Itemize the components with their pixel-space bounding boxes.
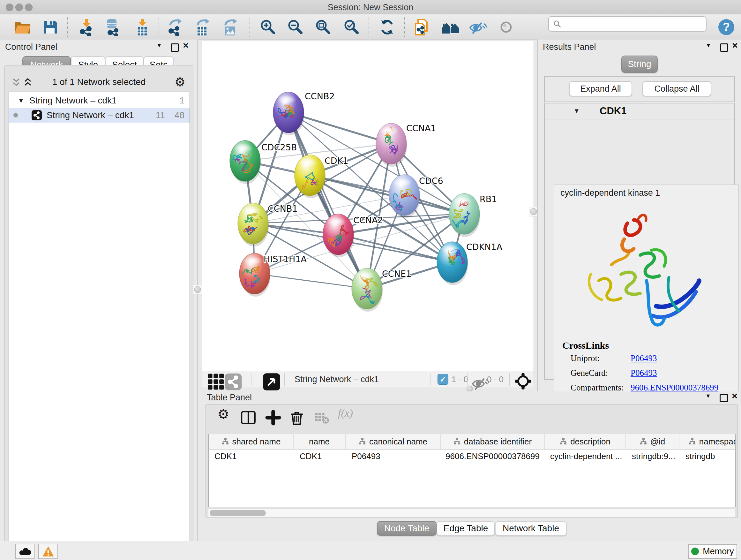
- table-cell[interactable]: 9606.ENSP00000378699: [446, 451, 540, 461]
- network-canvas[interactable]: CCNB2CCNA1CDC25BCDK1CDC6RB1CCNB1CCNA2CDK…: [202, 41, 534, 371]
- warnings-button[interactable]: [38, 544, 58, 559]
- import-table-icon[interactable]: [133, 18, 151, 36]
- export-image-icon[interactable]: [222, 18, 240, 36]
- float-panel-icon[interactable]: [171, 44, 179, 52]
- table-cell[interactable]: stringdb:9...: [632, 451, 675, 461]
- toolbar-separator: [67, 17, 68, 37]
- show-graphics-icon[interactable]: [497, 18, 515, 36]
- node-label[interactable]: CDC6: [419, 176, 443, 186]
- hide-unhide-icon[interactable]: [469, 18, 487, 36]
- add-column-icon[interactable]: [265, 410, 281, 426]
- float-panel-icon[interactable]: [720, 44, 728, 52]
- cloud-status-button[interactable]: [15, 544, 35, 559]
- export-network-icon[interactable]: [167, 18, 185, 36]
- table-panel: Table Panel ▼ ✕ ⚙ f(x) shared name name …: [202, 391, 741, 541]
- import-network-icon[interactable]: [77, 18, 95, 36]
- selected-nodes-checkbox[interactable]: ✓: [437, 374, 448, 385]
- fit-content-crosshair-icon[interactable]: [514, 372, 529, 387]
- tab-string-label: String: [628, 59, 651, 69]
- column-header[interactable]: database identifier: [441, 434, 545, 449]
- node-label[interactable]: CCNA2: [353, 215, 383, 225]
- network-column-icon: [639, 438, 647, 445]
- node-label[interactable]: CDK1: [325, 156, 348, 166]
- node-label[interactable]: HIST1H1A: [264, 254, 307, 264]
- tab-network-table-label: Network Table: [502, 523, 559, 534]
- node-label[interactable]: RB1: [480, 194, 497, 204]
- zoom-in-icon[interactable]: [259, 18, 277, 36]
- zoom-selected-icon[interactable]: [343, 18, 360, 36]
- expand-all-button[interactable]: Expand All: [569, 81, 632, 97]
- column-header[interactable]: shared name: [209, 434, 293, 449]
- delete-column-icon[interactable]: [289, 410, 305, 426]
- right-splitter-handle[interactable]: [529, 207, 538, 216]
- node-label[interactable]: CDC25B: [261, 142, 297, 152]
- zoom-out-icon[interactable]: [286, 18, 305, 36]
- tab-node-table[interactable]: Node Table: [377, 521, 436, 536]
- collapse-panel-icon[interactable]: ▼: [705, 42, 711, 49]
- close-panel-icon[interactable]: ✕: [183, 41, 189, 50]
- table-cell[interactable]: CDK1: [300, 451, 322, 461]
- home-networks-icon[interactable]: [442, 18, 460, 36]
- node-label[interactable]: CCNE1: [382, 269, 411, 279]
- memory-button[interactable]: Memory: [688, 544, 737, 559]
- network-options-gear-icon[interactable]: ⚙: [175, 75, 185, 89]
- tab-string[interactable]: String: [621, 56, 658, 73]
- collapse-all-button[interactable]: Collapse All: [643, 81, 711, 97]
- selected-counts: 1 - 0: [452, 374, 468, 384]
- column-header[interactable]: name: [293, 434, 346, 449]
- import-network-from-database-icon[interactable]: [104, 18, 122, 36]
- search-input[interactable]: [564, 19, 706, 29]
- node-label[interactable]: CCNB1: [268, 204, 298, 213]
- crosslink-link[interactable]: P06493: [630, 368, 657, 378]
- scrollbar-thumb[interactable]: [210, 510, 266, 516]
- column-header[interactable]: namespace: [679, 434, 736, 449]
- network-thumbnail-icon[interactable]: [224, 373, 237, 386]
- collapse-panel-icon[interactable]: ▼: [156, 42, 162, 49]
- copy-network-icon[interactable]: [413, 18, 431, 36]
- collection-expand-icon[interactable]: ▼: [18, 97, 24, 105]
- save-session-icon[interactable]: [42, 18, 59, 36]
- node-label[interactable]: CCNB2: [305, 91, 335, 101]
- table-options-gear-icon[interactable]: ⚙: [217, 407, 229, 422]
- control-panel: Control Panel ▼ ✕ Network Style Select S…: [0, 40, 198, 541]
- network-collection-row[interactable]: ▼ String Network – cdk1 1: [9, 93, 190, 108]
- float-panel-icon[interactable]: [720, 394, 728, 402]
- main-toolbar: ?: [0, 14, 741, 40]
- help-icon[interactable]: ?: [718, 18, 735, 36]
- tab-network-table[interactable]: Network Table: [495, 521, 567, 536]
- toolbar-separator: [430, 373, 430, 386]
- zoom-fit-icon[interactable]: [314, 18, 332, 36]
- refresh-icon[interactable]: [378, 18, 396, 36]
- table-cell[interactable]: cyclin-dependent ...: [550, 451, 622, 461]
- crosslink-link[interactable]: P06493: [630, 354, 657, 363]
- node-label[interactable]: CCNA1: [406, 123, 436, 133]
- node-table[interactable]: shared name name canonical name database…: [208, 434, 736, 507]
- open-session-icon[interactable]: [13, 18, 31, 36]
- network-row-selected[interactable]: String Network – cdk1 11 48: [9, 108, 190, 123]
- table-cell[interactable]: CDK1: [214, 451, 237, 461]
- node-label[interactable]: CDKN1A: [466, 242, 502, 252]
- close-panel-icon[interactable]: ✕: [732, 41, 738, 50]
- grid-view-icon[interactable]: [207, 373, 220, 386]
- protein-collapse-icon[interactable]: ▼: [574, 107, 580, 115]
- hidden-items-icon[interactable]: [471, 374, 483, 386]
- collection-count: 1: [179, 96, 185, 106]
- show-columns-icon[interactable]: [240, 410, 256, 426]
- column-header[interactable]: description: [544, 434, 626, 449]
- column-header[interactable]: canonical name: [345, 434, 441, 449]
- birdseye-view-icon[interactable]: [263, 373, 275, 386]
- table-horizontal-scrollbar[interactable]: [208, 509, 735, 517]
- collapse-panel-icon[interactable]: ▼: [705, 393, 711, 399]
- column-header-label: description: [570, 437, 610, 447]
- toolbar-separator: [509, 373, 510, 386]
- function-builder-icon[interactable]: f(x): [338, 407, 353, 419]
- table-cell[interactable]: stringdb: [685, 451, 715, 461]
- tab-edge-table[interactable]: Edge Table: [436, 521, 495, 536]
- left-splitter-handle[interactable]: [193, 285, 202, 294]
- column-header[interactable]: @id: [625, 434, 679, 449]
- table-cell[interactable]: P06493: [352, 451, 381, 461]
- export-table-icon[interactable]: [194, 18, 212, 36]
- table-box: ⚙ f(x) shared name name canonical name d…: [205, 404, 738, 518]
- delete-table-icon[interactable]: [314, 410, 330, 426]
- close-panel-icon[interactable]: ✕: [731, 392, 738, 401]
